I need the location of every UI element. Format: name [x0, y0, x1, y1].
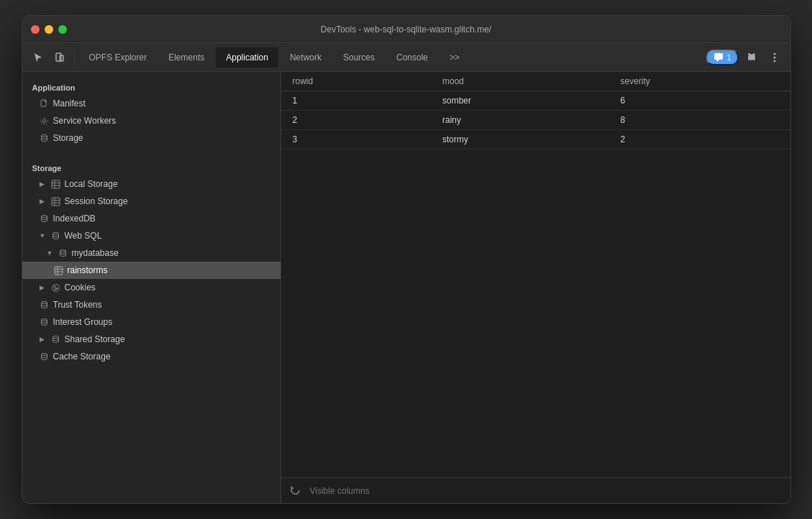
db-icon-trust	[40, 300, 49, 310]
tab-opfs[interactable]: OPFS Explorer	[79, 47, 158, 68]
device-icon	[54, 52, 65, 63]
svg-rect-20	[55, 267, 63, 275]
vertical-dots-icon	[769, 52, 780, 63]
svg-point-30	[53, 336, 58, 338]
cell-rowid: 1	[281, 91, 432, 111]
svg-point-26	[56, 288, 58, 289]
column-header-rowid[interactable]: rowid	[281, 72, 432, 91]
svg-point-8	[41, 134, 47, 137]
more-tabs-button[interactable]: >>	[439, 47, 470, 68]
tab-application[interactable]: Application	[216, 47, 278, 68]
svg-point-17	[41, 215, 47, 217]
data-table: rowid mood severity 1somber62rainy83stor…	[281, 72, 790, 150]
cell-rowid: 3	[281, 130, 432, 150]
arrow-session-storage	[40, 198, 47, 205]
settings-button[interactable]	[742, 47, 762, 68]
db-icon-shared	[51, 335, 60, 344]
sidebar-item-web-sql[interactable]: Web SQL	[22, 227, 280, 244]
storage-icon	[40, 134, 49, 143]
arrow-mydatabase	[47, 249, 54, 257]
maximize-button[interactable]	[58, 25, 67, 34]
column-header-severity[interactable]: severity	[608, 72, 790, 91]
arrow-shared-storage	[40, 336, 47, 343]
table-icon	[54, 266, 63, 275]
table-header-row: rowid mood severity	[281, 72, 790, 91]
sidebar-item-session-storage[interactable]: Session Storage	[22, 193, 280, 210]
notification-button[interactable]: 1	[706, 50, 738, 65]
arrow-web-sql	[40, 232, 47, 239]
column-header-mood[interactable]: mood	[431, 72, 608, 91]
svg-point-29	[41, 318, 47, 321]
sidebar-spacer-1	[22, 147, 280, 158]
inspect-element-button[interactable]	[28, 47, 48, 68]
doc-icon	[40, 99, 49, 109]
sidebar-item-shared-storage[interactable]: Shared Storage	[22, 331, 280, 348]
device-toolbar-button[interactable]	[50, 47, 70, 68]
more-options-button[interactable]	[765, 47, 785, 68]
db-icon-websql	[51, 231, 60, 241]
svg-point-28	[41, 301, 47, 303]
settings-icon	[746, 52, 757, 63]
traffic-lights	[31, 25, 67, 34]
titlebar: DevTools - web-sql-to-sqlite-wasm.glitch…	[22, 16, 790, 43]
svg-point-3	[773, 52, 775, 55]
sidebar-item-storage-app[interactable]: Storage	[22, 129, 280, 147]
arrow-cookies	[40, 284, 47, 291]
cell-mood: somber	[431, 91, 608, 111]
sidebar-item-trust-tokens[interactable]: Trust Tokens	[22, 296, 280, 313]
svg-point-7	[42, 119, 45, 122]
svg-rect-13	[52, 198, 60, 206]
close-button[interactable]	[31, 25, 40, 34]
db-icon	[40, 214, 49, 224]
cell-mood: rainy	[431, 111, 608, 130]
db-icon-cache	[40, 352, 49, 362]
chat-icon	[713, 52, 724, 63]
arrow-local-storage	[40, 180, 47, 188]
toolbar-right: 1	[706, 47, 784, 68]
svg-point-18	[53, 232, 58, 234]
main-panel: rowid mood severity 1somber62rainy83stor…	[281, 72, 790, 503]
refresh-icon	[290, 485, 301, 496]
table-row[interactable]: 2rainy8	[281, 111, 790, 130]
tab-elements[interactable]: Elements	[158, 47, 214, 68]
devtools-window: DevTools - web-sql-to-sqlite-wasm.glitch…	[22, 15, 791, 504]
sidebar: Application Manifest Service Workers	[22, 72, 281, 503]
sidebar-item-rainstorms[interactable]: rainstorms	[22, 262, 280, 279]
svg-point-27	[54, 288, 55, 290]
cookie-icon	[51, 283, 60, 293]
table-body: 1somber62rainy83stormy2	[281, 91, 790, 150]
cell-mood: stormy	[431, 130, 608, 150]
svg-point-4	[773, 56, 775, 58]
sidebar-item-indexeddb[interactable]: IndexedDB	[22, 210, 280, 227]
section-label-storage: Storage	[22, 158, 280, 175]
sidebar-item-mydatabase[interactable]: mydatabase	[22, 244, 280, 262]
sidebar-item-cache-storage[interactable]: Cache Storage	[22, 348, 280, 365]
cell-severity: 8	[608, 111, 790, 130]
svg-point-19	[60, 249, 65, 252]
svg-point-5	[773, 60, 775, 62]
sidebar-item-manifest[interactable]: Manifest	[22, 95, 280, 112]
data-table-container: rowid mood severity 1somber62rainy83stor…	[281, 72, 790, 477]
svg-point-31	[41, 353, 47, 355]
minimize-button[interactable]	[45, 25, 53, 34]
table-row[interactable]: 3stormy2	[281, 130, 790, 150]
db-grid-icon	[51, 180, 60, 189]
cell-severity: 2	[608, 130, 790, 150]
window-title: DevTools - web-sql-to-sqlite-wasm.glitch…	[321, 24, 491, 35]
main-content: Application Manifest Service Workers	[22, 72, 790, 503]
svg-rect-0	[56, 53, 61, 61]
sidebar-item-interest-groups[interactable]: Interest Groups	[22, 313, 280, 331]
table-row[interactable]: 1somber6	[281, 91, 790, 111]
svg-rect-2	[714, 53, 723, 60]
tab-console[interactable]: Console	[386, 47, 438, 68]
tab-network[interactable]: Network	[280, 47, 332, 68]
refresh-button[interactable]	[287, 482, 304, 500]
sidebar-item-local-storage[interactable]: Local Storage	[22, 175, 280, 193]
sidebar-item-service-workers[interactable]: Service Workers	[22, 112, 280, 129]
cursor-icon	[32, 52, 44, 63]
svg-point-25	[54, 286, 55, 288]
db-icon-interest	[40, 318, 49, 327]
tab-sources[interactable]: Sources	[333, 47, 385, 68]
visible-columns-input[interactable]	[310, 486, 785, 496]
sidebar-item-cookies[interactable]: Cookies	[22, 279, 280, 296]
